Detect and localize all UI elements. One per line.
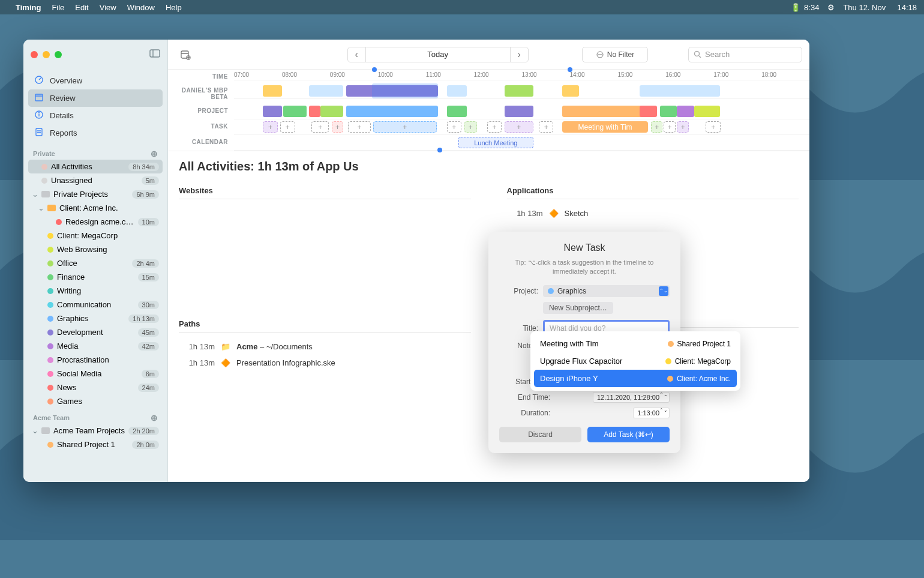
task-slot[interactable] <box>447 121 461 133</box>
tree-item[interactable]: Communication30m <box>28 298 163 312</box>
status-battery[interactable]: 🔋 8:34 <box>791 3 819 12</box>
task-slot[interactable] <box>505 121 533 133</box>
task-slot[interactable] <box>464 121 477 133</box>
task-slot[interactable] <box>263 121 278 133</box>
nav-reports[interactable]: Reports <box>28 124 163 142</box>
task-slot[interactable] <box>677 121 688 133</box>
tree-item[interactable]: Procrastination <box>28 353 163 367</box>
tree-item-label: Graphics <box>57 314 125 323</box>
timeline-tasks-row[interactable]: Meeting with Tim <box>234 119 809 135</box>
hour-label: 07:00 <box>234 71 282 78</box>
color-bullet-icon <box>41 178 47 184</box>
tree-item[interactable]: Games <box>28 394 163 408</box>
path-row[interactable]: 1h 13m🔶Presentation Infographic.ske <box>179 355 471 371</box>
tree-item[interactable]: Redesign acme.com10m <box>28 215 163 229</box>
folder-icon <box>47 205 56 211</box>
timeline-calendar-row[interactable]: Lunch Meeting <box>234 135 809 151</box>
add-task-button[interactable]: Add Task (⌘↩︎) <box>587 427 670 442</box>
discard-button[interactable]: Discard <box>499 427 581 442</box>
end-time-label: End Time: <box>499 393 550 402</box>
add-project-icon[interactable]: ⊕ <box>151 149 158 158</box>
add-project-icon[interactable]: ⊕ <box>151 413 158 423</box>
calendar-settings-icon[interactable] <box>175 47 196 62</box>
tree-item[interactable]: Client: MegaCorp <box>28 229 163 242</box>
hour-label: 16:00 <box>665 71 713 78</box>
tree-item[interactable]: Office2h 4m <box>28 256 163 270</box>
sidebar: OverviewReviewDetailsReports Private⊕All… <box>23 40 168 482</box>
task-meeting[interactable]: Meeting with Tim <box>562 121 649 133</box>
task-slot[interactable] <box>348 121 371 133</box>
disclosure-icon[interactable]: ⌄ <box>32 426 38 435</box>
filter-button[interactable]: No Filter <box>582 47 648 62</box>
tree-item[interactable]: ⌄Client: Acme Inc. <box>28 201 163 215</box>
tree-item[interactable]: ⌄Acme Team Projects2h 20m <box>28 424 163 438</box>
tree-item[interactable]: Unassigned5m <box>28 173 163 187</box>
task-slot[interactable] <box>311 121 329 133</box>
timeline-row-time-label: TIME <box>168 70 234 83</box>
nav-overview[interactable]: Overview <box>28 72 163 89</box>
suggestion-title: Meeting with Tim <box>540 339 599 348</box>
app-row[interactable]: 1h 13m🔶Sketch <box>507 205 799 221</box>
task-slot[interactable] <box>539 121 553 133</box>
tree-item[interactable]: All Activities8h 34m <box>28 160 163 173</box>
menu-view[interactable]: View <box>100 3 116 12</box>
task-slot[interactable] <box>280 121 295 133</box>
next-day-button[interactable]: › <box>510 47 528 62</box>
end-time-input[interactable]: 12.11.2020, 11:28:00 <box>593 392 670 403</box>
timeline-apps-row[interactable] <box>234 83 809 99</box>
task-slot[interactable] <box>706 121 721 133</box>
disclosure-icon[interactable]: ⌄ <box>38 203 44 212</box>
speedometer-icon <box>34 75 44 86</box>
suggestion-project: Client: Acme Inc. <box>677 375 731 383</box>
minimize-window-button[interactable] <box>43 51 50 58</box>
task-slot[interactable] <box>332 121 343 133</box>
file-icon: 📁 <box>221 342 230 351</box>
calendar-event[interactable]: Lunch Meeting <box>458 137 533 148</box>
disclosure-icon[interactable]: ⌄ <box>32 190 38 199</box>
nav-details[interactable]: Details <box>28 107 163 124</box>
tree-item-label: Client: Acme Inc. <box>59 203 159 212</box>
tree-item[interactable]: Media42m <box>28 339 163 353</box>
hour-label: 14:00 <box>569 71 617 78</box>
task-slot[interactable] <box>487 121 502 133</box>
close-window-button[interactable] <box>31 51 38 58</box>
new-subproject-button[interactable]: New Subproject… <box>543 302 613 314</box>
duration-input[interactable]: 1:13:00 <box>633 408 670 418</box>
path-row[interactable]: 1h 13m📁Acme – ~/Documents <box>179 339 471 355</box>
tree-item[interactable]: Shared Project 12h 0m <box>28 438 163 451</box>
tree-item[interactable]: Social Media6m <box>28 367 163 381</box>
control-center-icon[interactable]: ⚙ <box>827 3 835 12</box>
prev-day-button[interactable]: ‹ <box>348 47 366 62</box>
project-color-icon <box>548 288 554 294</box>
tree-item[interactable]: News24m <box>28 381 163 394</box>
suggestion-row[interactable]: Design iPhone YClient: Acme Inc. <box>534 370 737 387</box>
tree-item[interactable]: ⌄Private Projects6h 9m <box>28 187 163 201</box>
project-select[interactable]: Graphics ⌃⌄ <box>543 285 670 297</box>
sidebar-toggle-icon[interactable] <box>149 49 160 60</box>
hour-label: 11:00 <box>426 71 474 78</box>
search-field[interactable]: Search <box>688 47 802 62</box>
app-name[interactable]: Timing <box>16 3 41 12</box>
nav-review[interactable]: Review <box>28 89 163 107</box>
timeline-projects-row[interactable] <box>234 104 809 119</box>
color-bullet-icon <box>47 288 53 294</box>
tree-item[interactable]: Finance15m <box>28 270 163 284</box>
tree-item[interactable]: Web Browsing <box>28 242 163 256</box>
suggestion-row[interactable]: Meeting with TimShared Project 1 <box>534 335 737 352</box>
menu-help[interactable]: Help <box>166 3 182 12</box>
tree-item[interactable]: Graphics1h 13m <box>28 312 163 325</box>
menu-edit[interactable]: Edit <box>75 3 88 12</box>
tree-item[interactable]: Development45m <box>28 325 163 339</box>
zoom-window-button[interactable] <box>55 51 62 58</box>
menu-window[interactable]: Window <box>127 3 155 12</box>
task-slot[interactable] <box>651 121 662 133</box>
tree-item-label: Unassigned <box>51 176 138 185</box>
status-date[interactable]: Thu 12. Nov 14:18 <box>843 3 917 12</box>
date-label[interactable]: Today <box>366 47 510 62</box>
menu-file[interactable]: File <box>52 3 64 12</box>
task-slot-selected[interactable] <box>373 121 436 133</box>
suggestion-row[interactable]: Upgrade Flux CapacitorClient: MegaCorp <box>534 352 737 370</box>
project-select-value: Graphics <box>557 287 586 295</box>
tree-item[interactable]: Writing <box>28 284 163 298</box>
task-slot[interactable] <box>664 121 675 133</box>
